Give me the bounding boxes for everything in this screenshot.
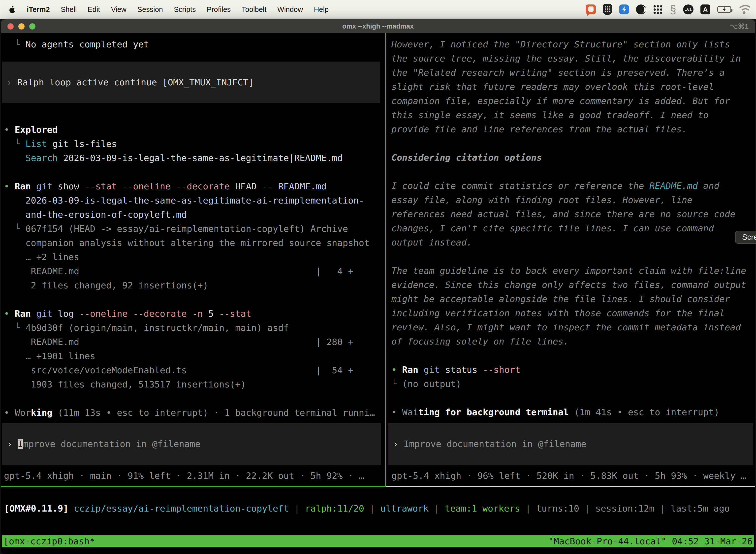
- terminal-line: review. Also, I might want to inspect th…: [391, 320, 755, 334]
- text-segment: references need actual files, and since …: [391, 209, 736, 219]
- menu-item-help[interactable]: Help: [308, 0, 334, 19]
- badge-61-icon[interactable]: ..61: [683, 4, 693, 14]
- squiggle-icon[interactable]: §: [670, 4, 676, 15]
- dots-grid-icon[interactable]: [653, 4, 663, 14]
- terminal-line: • Explored: [4, 123, 385, 137]
- terminal-line: provide file and line references from th…: [391, 122, 755, 136]
- terminal-line: [391, 136, 755, 151]
- terminal-line: • Working (11m 13s • esc to interrupt) ·…: [4, 405, 385, 420]
- text-segment: Ran: [402, 365, 418, 375]
- text-segment: Search: [25, 153, 58, 163]
- menu-item-iterm2[interactable]: iTerm2: [21, 0, 55, 19]
- terminal-line: and-the-erosion-of-copyleft.md: [4, 208, 385, 222]
- terminal-line: └ 4b9d30f (origin/main, instructkr/main,…: [4, 321, 385, 335]
- text-segment: ›: [7, 439, 18, 449]
- pane-divider-horizontal: [1, 486, 755, 487]
- menu-item-edit[interactable]: Edit: [82, 0, 106, 19]
- text-segment: last:5m ago: [671, 503, 730, 513]
- a-key-icon[interactable]: A: [700, 4, 710, 14]
- terminal-line: of focusing solely on file lines.: [391, 334, 755, 348]
- menu-item-window[interactable]: Window: [272, 0, 308, 19]
- omx-status-bar: [OMX#0.11.9] cczip/essay/ai-reimplementa…: [4, 501, 730, 515]
- text-segment: and-the-erosion-of-copyleft.md: [4, 210, 187, 220]
- text-segment: Improve documentation in @filename: [403, 439, 586, 449]
- text-segment: git ls-files: [47, 139, 117, 149]
- text-segment: [31, 181, 36, 191]
- menu-item-view[interactable]: View: [106, 0, 132, 19]
- text-segment: I could cite commit statistics or refere…: [391, 181, 649, 191]
- moon-icon[interactable]: [636, 4, 646, 14]
- left-prompt-input[interactable]: › Improve documentation in @filename: [2, 423, 381, 465]
- badge-61-icon-label: ..61: [685, 7, 692, 12]
- right-prompt-input[interactable]: › Improve documentation in @filename: [388, 423, 753, 465]
- terminal-line: • Ran git log --oneline --decorate -n 5 …: [4, 307, 385, 321]
- terminal-line: • Ran git show --stat --oneline --decora…: [4, 179, 385, 193]
- text-segment: └: [4, 139, 25, 149]
- terminal-line: slight risk that future readers may over…: [391, 80, 755, 94]
- text-segment: [273, 181, 278, 191]
- text-segment: (11m 13s • esc to interrupt) · 1 backgro…: [52, 407, 375, 418]
- spark-icon[interactable]: [619, 4, 629, 14]
- menu-item-scripts[interactable]: Scripts: [169, 0, 201, 19]
- text-segment: Ran: [15, 309, 31, 319]
- terminal-line: README.md | 4 +: [4, 264, 385, 278]
- text-segment: ultrawork: [380, 503, 429, 513]
- terminal-line: 2 files changed, 92 insertions(+): [4, 278, 385, 292]
- wifi-icon[interactable]: [738, 5, 750, 14]
- text-segment: the "Related research writing" section i…: [391, 67, 725, 78]
- text-segment: [OMX#0.11.9]: [4, 503, 68, 513]
- text-segment: changes, I can't cite specific file line…: [391, 223, 714, 233]
- shield-icon[interactable]: [603, 4, 612, 15]
- text-segment: └: [4, 39, 25, 49]
- terminal-line: [391, 348, 755, 363]
- terminal-line: including verification notes with those …: [391, 306, 755, 320]
- window-shortcut-hint: ⌥⌘1: [730, 22, 749, 31]
- text-segment: cczip/essay/ai-reimplementation-copyleft: [68, 503, 289, 513]
- text-segment: … +1901 lines: [4, 351, 95, 361]
- terminal-pane-right[interactable]: However, I noticed the "Directory Struct…: [386, 33, 755, 486]
- text-segment: slight risk that future readers may over…: [391, 82, 714, 92]
- divider-right-inactive: [386, 486, 755, 487]
- menu-bar-left: iTerm2ShellEditViewSessionScriptsProfile…: [0, 0, 334, 19]
- text-segment: review. Also, I might want to inspect th…: [391, 322, 741, 332]
- text-segment: (1m 41s • esc to interrupt): [569, 407, 719, 417]
- chat-icon[interactable]: [586, 4, 596, 14]
- text-segment: including verification notes with those …: [391, 308, 725, 318]
- text-segment: •: [4, 181, 15, 191]
- text-segment: git: [36, 181, 52, 191]
- text-segment: README.md | 280 +: [4, 337, 354, 347]
- text-segment: However, I noticed the "Directory Struct…: [391, 39, 730, 49]
- text-segment: 2026-03-09-is-legal-the-same-as-legitima…: [4, 195, 364, 206]
- menu-item-profiles[interactable]: Profiles: [201, 0, 236, 19]
- screen-overlay-button[interactable]: Scre: [735, 231, 756, 244]
- text-segment: (no output): [402, 379, 461, 389]
- prompt-input-line: › Improve documentation in @filename: [393, 437, 753, 451]
- text-segment: status: [440, 365, 483, 375]
- text-segment: •: [4, 125, 15, 135]
- menu-item-session[interactable]: Session: [132, 0, 169, 19]
- text-segment: ›: [6, 77, 17, 88]
- terminal-line: essay file, along with finding root file…: [391, 193, 755, 207]
- terminal-line: evidence. Since this change only affects…: [391, 278, 755, 292]
- menu-item-shell[interactable]: Shell: [55, 0, 82, 19]
- terminal-line: • Ran git status --short: [391, 363, 755, 377]
- apple-menu-icon[interactable]: [7, 6, 17, 13]
- window-title-bar[interactable]: omx --xhigh --madmax ⌥⌘1: [1, 19, 755, 33]
- right-pane-output: However, I noticed the "Directory Struct…: [391, 37, 755, 419]
- text-segment: mprove documentation in @filename: [23, 439, 200, 449]
- terminal-line: However, I noticed the "Directory Struct…: [391, 37, 755, 51]
- iterm2-window: omx --xhigh --madmax ⌥⌘1 └ No agents com…: [1, 19, 755, 554]
- terminal-line: [4, 292, 385, 307]
- text-segment: gpt-5.4 xhigh · main · 91% left · 2.31M …: [4, 470, 364, 481]
- text-segment: The team guideline is to back every impo…: [391, 266, 746, 276]
- text-segment: •: [391, 365, 402, 375]
- text-segment: README.md: [278, 181, 326, 191]
- menu-item-toolbelt[interactable]: Toolbelt: [236, 0, 272, 19]
- text-segment: |: [289, 503, 305, 513]
- text-segment: of focusing solely on file lines.: [391, 336, 569, 346]
- battery-icon[interactable]: [717, 6, 731, 13]
- terminal-pane-left[interactable]: └ No agents completed yet› Ralph loop ac…: [1, 33, 385, 486]
- text-segment: README.md: [649, 181, 698, 191]
- text-segment: ralph:11/20: [305, 503, 364, 513]
- text-segment: [31, 309, 36, 319]
